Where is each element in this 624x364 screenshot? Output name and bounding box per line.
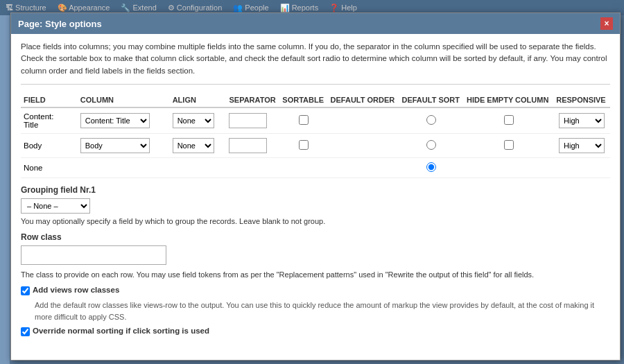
responsive-select-2[interactable]: High Medium Low: [559, 138, 605, 153]
default-sort-radio-none[interactable]: [426, 162, 436, 172]
separator-cell-2: [226, 133, 279, 157]
grouping-label: Grouping field Nr.1: [21, 185, 610, 195]
th-default-order: DEFAULT ORDER: [328, 93, 399, 107]
align-select-2[interactable]: None Left Center Right: [173, 138, 214, 153]
default-order-cell-2: [328, 133, 399, 157]
add-views-row-checkbox[interactable]: [21, 286, 30, 295]
separator-input-1[interactable]: [229, 113, 267, 128]
responsive-select-1[interactable]: High Medium Low: [559, 113, 605, 128]
grouping-select[interactable]: – None –: [21, 198, 90, 214]
none-defsort: [399, 157, 464, 177]
align-select-cell-1: None Left Center Right: [170, 107, 227, 134]
nav-structure: 🏗 Structure: [6, 3, 46, 12]
th-sortable: SORTABLE: [279, 93, 327, 107]
add-views-row-label: Add views row classes: [33, 286, 119, 294]
grouping-section: Grouping field Nr.1 – None – You may opt…: [21, 185, 610, 225]
default-sort-radio-2[interactable]: [426, 140, 436, 150]
fields-table: FIELD COLUMN ALIGN SEPARATOR SORTABLE DE…: [21, 93, 610, 178]
modal-close-button[interactable]: ×: [600, 17, 613, 30]
override-sorting-checkbox[interactable]: [21, 327, 30, 336]
column-select-cell-1: Content: Title Body: [78, 107, 170, 134]
sortable-cell-1: [279, 107, 327, 134]
hide-empty-cell-1: [464, 107, 553, 134]
none-hideempty: [464, 157, 553, 177]
row-class-label: Row class: [21, 232, 610, 242]
hide-empty-checkbox-2[interactable]: [504, 140, 514, 150]
th-field: FIELD: [21, 93, 78, 107]
modal-title: Page: Style options: [18, 19, 102, 29]
nav-people: 👥 People: [233, 3, 268, 12]
left-side-nav: [0, 15, 10, 364]
hide-empty-checkbox-1[interactable]: [504, 115, 514, 125]
th-hide-empty: HIDE EMPTY COLUMN: [464, 93, 553, 107]
none-sep: [226, 157, 279, 177]
th-responsive: RESPONSIVE: [553, 93, 610, 107]
separator-cell-1: [226, 107, 279, 134]
add-views-row-row: Add views row classes: [21, 286, 610, 295]
default-order-cell-1: [328, 107, 399, 134]
nav-reports: 📊 Reports: [280, 3, 319, 12]
modal-dialog: Page: Style options × Place fields into …: [10, 12, 621, 361]
default-sort-cell-2: [399, 133, 464, 157]
column-select-1[interactable]: Content: Title Body: [80, 113, 150, 128]
grouping-description: You may optionally specify a field by wh…: [21, 217, 610, 225]
separator-input-2[interactable]: [229, 138, 267, 153]
responsive-cell-1: High Medium Low: [553, 107, 610, 134]
responsive-cell-2: High Medium Low: [553, 133, 610, 157]
th-separator: SEPARATOR: [226, 93, 279, 107]
field-body: Body: [21, 133, 78, 157]
add-views-row-desc: Add the default row classes like views-r…: [35, 300, 610, 322]
row-class-input[interactable]: [21, 245, 166, 265]
modal-body: Place fields into columns; you may combi…: [11, 34, 620, 360]
th-default-sort: DEFAULT SORT: [399, 93, 464, 107]
column-select-cell-2: Body Content: Title: [78, 133, 170, 157]
none-responsive: [553, 157, 610, 177]
nav-configuration: ⚙ Configuration: [168, 3, 223, 12]
table-row-none: None: [21, 157, 610, 177]
align-select-1[interactable]: None Left Center Right: [173, 113, 214, 128]
field-none: None: [21, 157, 78, 177]
sortable-checkbox-1[interactable]: [299, 115, 309, 125]
sortable-checkbox-2[interactable]: [299, 140, 309, 150]
row-class-section: Row class The class to provide on each r…: [21, 232, 610, 281]
field-content-title: Content:Title: [21, 107, 78, 134]
default-sort-cell-1: [399, 107, 464, 134]
none-col: [78, 157, 170, 177]
override-sorting-row: Override normal sorting if click sorting…: [21, 327, 610, 336]
modal-description: Place fields into columns; you may combi…: [21, 41, 610, 85]
nav-extend: 🔧 Extend: [121, 3, 156, 12]
modal-header: Page: Style options ×: [11, 13, 620, 34]
hide-empty-cell-2: [464, 133, 553, 157]
row-class-description: The class to provide on each row. You ma…: [21, 269, 610, 281]
none-deforder: [328, 157, 399, 177]
sortable-cell-2: [279, 133, 327, 157]
override-sorting-label: Override normal sorting if click sorting…: [33, 327, 209, 335]
table-row: Content:Title Content: Title Body None L…: [21, 107, 610, 134]
nav-appearance: 🎨 Appearance: [58, 3, 110, 12]
align-select-cell-2: None Left Center Right: [170, 133, 227, 157]
default-sort-radio-1[interactable]: [426, 115, 436, 125]
none-sortable: [279, 157, 327, 177]
table-row: Body Body Content: Title None Left Cente…: [21, 133, 610, 157]
nav-help: ❓ Help: [329, 3, 357, 12]
add-views-row-section: Add views row classes Add the default ro…: [21, 286, 610, 322]
none-align: [170, 157, 227, 177]
th-align: ALIGN: [170, 93, 227, 107]
column-select-2[interactable]: Body Content: Title: [80, 138, 150, 153]
th-column: COLUMN: [78, 93, 170, 107]
